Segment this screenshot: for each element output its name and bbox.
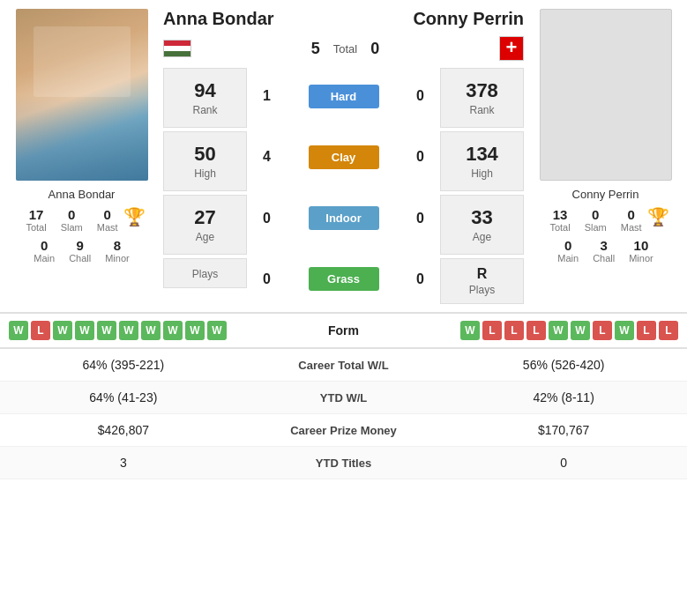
left-form-6: W [119,321,138,340]
prize-label: Career Prize Money [234,424,454,437]
right-ytd-wl: 42% (8-11) [453,390,674,404]
left-rank-box: 94 Rank [163,68,247,128]
left-grass-count: 0 [253,271,271,287]
ytd-wl-label: YTD W/L [234,391,454,404]
grass-surface-btn[interactable]: Grass [309,267,379,291]
left-mast-stat: 0 Mast [90,204,125,235]
left-indoor-count: 0 [253,211,271,226]
right-form-5: W [549,321,568,340]
left-total-stat: 17 Total [19,204,53,235]
ytd-titles-row: 3 YTD Titles 0 [0,447,687,479]
surface-clay-row: 4 Clay 0 [253,145,434,169]
left-high-box: 50 High [163,131,247,191]
right-indoor-count: 0 [416,211,434,226]
left-stat-boxes: 94 Rank 50 High 27 Age Plays [163,68,247,308]
form-section: W L W W W W W W W W Form W L L L W W L W… [0,312,687,348]
form-label: Form [300,323,388,338]
right-stat-boxes: 378 Rank 134 High 33 Age R Plays [440,68,524,308]
left-form-9: W [185,321,205,340]
right-player-photo [540,9,672,181]
right-form-7: L [593,321,612,340]
right-career-wl: 56% (526-420) [453,358,674,372]
left-form-10: W [207,321,227,340]
surfaces-col: 1 Hard 0 4 Clay 0 0 Indoor 0 [250,68,437,308]
right-player-stats-grid: 13 Total 0 Slam 0 Mast 🏆 0 Main 3 [528,204,683,266]
career-wl-label: Career Total W/L [234,359,454,372]
right-total-stat: 13 Total [542,204,577,235]
right-minor-stat: 10 Minor [622,235,661,266]
left-minor-stat: 8 Minor [98,235,137,266]
left-player-name-below: Anna Bondar [49,188,116,201]
right-grass-count: 0 [416,271,434,287]
ytd-wl-row: 64% (41-23) YTD W/L 42% (8-11) [0,382,687,414]
left-total-wins: 5 [311,40,320,58]
left-slam-stat: 0 Slam [54,204,90,235]
left-main-stat: 0 Main [26,235,62,266]
right-slam-stat: 0 Slam [578,204,614,235]
right-ytd-titles: 0 [453,456,674,470]
left-player-photo [16,9,148,181]
right-player-name-center: Conny Perrin [413,9,524,29]
left-plays-box: Plays [163,258,247,288]
center-panel: Anna Bondar Conny Perrin 5 Total 0 + [159,9,528,308]
left-clay-count: 4 [253,149,271,165]
right-form-3: L [504,321,524,340]
right-plays-box: R Plays [440,258,524,304]
left-form-8: W [163,321,183,340]
right-form-2: L [482,321,502,340]
left-form-2: L [31,321,50,340]
left-player-panel: Anna Bondar 17 Total 0 Slam 0 Mast 🏆 0 M… [4,9,159,308]
ytd-titles-label: YTD Titles [234,456,454,470]
clay-surface-btn[interactable]: Clay [309,145,379,169]
left-form-badges: W L W W W W W W W W [9,321,300,340]
left-prize: $426,807 [13,423,234,437]
left-age-box: 27 Age [163,195,247,255]
left-flag [163,40,191,57]
right-player-panel: Conny Perrin 13 Total 0 Slam 0 Mast 🏆 0 … [528,9,683,308]
right-form-6: W [571,321,590,340]
left-player-name-center: Anna Bondar [163,9,274,29]
left-chall-stat: 9 Chall [62,235,98,266]
left-form-1: W [9,321,28,340]
right-prize: $170,767 [453,423,674,437]
right-form-1: W [460,321,480,340]
left-form-5: W [97,321,116,340]
right-chall-stat: 3 Chall [586,235,622,266]
left-player-stats-grid: 17 Total 0 Slam 0 Mast 🏆 0 Main 9 [4,204,159,266]
right-form-9: L [637,321,656,340]
main-container: Anna Bondar 17 Total 0 Slam 0 Mast 🏆 0 M… [0,0,687,479]
right-mast-stat: 0 Mast [614,204,649,235]
top-section: Anna Bondar 17 Total 0 Slam 0 Mast 🏆 0 M… [0,0,687,312]
right-age-box: 33 Age [440,195,524,255]
right-rank-box: 378 Rank [440,68,524,128]
left-hard-count: 1 [253,88,271,104]
right-clay-count: 0 [416,149,434,165]
player-names-row: Anna Bondar Conny Perrin [163,9,524,36]
right-trophy-icon: 🏆 [649,207,668,226]
right-main-stat: 0 Main [550,235,586,266]
indoor-surface-btn[interactable]: Indoor [309,206,379,230]
right-hard-count: 0 [416,88,434,104]
left-ytd-wl: 64% (41-23) [13,390,234,404]
right-high-box: 134 High [440,131,524,191]
right-form-4: L [526,321,546,340]
left-career-wl: 64% (395-221) [13,358,234,372]
right-form-badges: W L L L W W L W L L [388,321,679,340]
surface-indoor-row: 0 Indoor 0 [253,206,434,230]
left-form-7: W [141,321,161,340]
right-total-wins: 0 [370,40,379,58]
left-form-3: W [53,321,72,340]
right-flag: + [499,36,524,61]
prize-row: $426,807 Career Prize Money $170,767 [0,414,687,447]
right-player-name-below: Conny Perrin [572,188,639,201]
surfaces-stats-row: 94 Rank 50 High 27 Age Plays [163,68,524,308]
surface-hard-row: 1 Hard 0 [253,85,434,108]
right-form-8: W [615,321,634,340]
left-form-4: W [75,321,94,340]
left-ytd-titles: 3 [13,456,234,470]
career-wl-row: 64% (395-221) Career Total W/L 56% (526-… [0,349,687,382]
hard-surface-btn[interactable]: Hard [309,85,379,108]
flags-total-row: 5 Total 0 + [163,36,524,68]
total-label: Total [333,42,357,56]
total-row-center: 5 Total 0 [311,40,380,58]
